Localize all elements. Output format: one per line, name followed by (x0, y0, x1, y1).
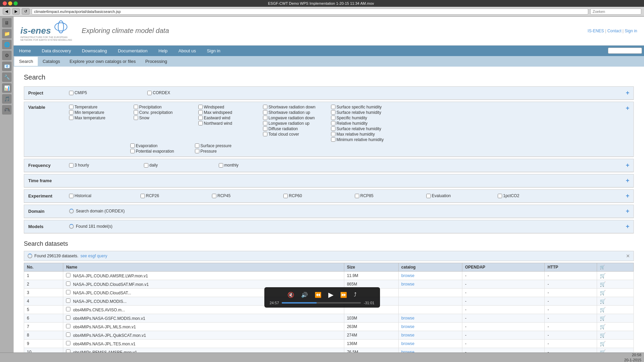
refresh-button[interactable]: ↺ (22, 8, 30, 15)
exp-1pctco2[interactable]: 1pctCO2 (498, 193, 562, 198)
taskbar-icon-8[interactable]: 🎵 (2, 94, 12, 104)
var-pot-evap[interactable]: Potential evaporation (130, 149, 195, 154)
taskbar-icon-9[interactable]: 🎮 (2, 105, 12, 115)
freq-3hourly[interactable]: 3 hourly (69, 163, 134, 168)
var-max-temp[interactable]: Max temperature (69, 116, 134, 120)
freq-monthly[interactable]: monthly (219, 163, 283, 168)
exp-rcp45[interactable]: RCP45 (212, 193, 277, 198)
nav-signin[interactable]: Sign in (201, 46, 226, 56)
frequency-section-header[interactable]: Frequency 3 hourly daily monthly + (24, 159, 633, 172)
var-max-windspeed[interactable]: Max windspeed (198, 110, 263, 115)
back-button[interactable]: ◀ (3, 8, 10, 15)
subnav-processing[interactable]: Processing (141, 57, 172, 66)
subnav-catalogs[interactable]: Catalogs (38, 57, 65, 66)
variable-expand-btn[interactable]: + (626, 105, 629, 112)
var-surf-rel-hum[interactable]: Surface relative humidity (331, 110, 399, 115)
browse-link-0[interactable]: browse (401, 273, 415, 278)
browser-search-input[interactable] (590, 8, 641, 15)
subnav-search[interactable]: Search (14, 57, 38, 66)
video-volume-btn[interactable]: 🔊 (300, 291, 309, 299)
exp-evaluation[interactable]: Evaluation (426, 193, 491, 198)
exp-rcp85[interactable]: RCP85 (355, 193, 419, 198)
video-mute-btn[interactable]: 🔇 (286, 291, 296, 299)
var-eastward-wind[interactable]: Eastward wind (198, 116, 263, 120)
var-surf-rel-hum2[interactable]: Surface relative humidity (331, 126, 399, 131)
row-checkbox-2[interactable] (66, 290, 70, 294)
taskbar-icon-2[interactable]: 📁 (2, 29, 12, 38)
var-total-cloud[interactable]: Total cloud cover (263, 132, 331, 137)
frequency-expand-btn[interactable]: + (626, 162, 629, 169)
row-checkbox-1[interactable] (66, 281, 70, 286)
signin-header-link[interactable]: Sign in (625, 29, 637, 33)
var-lw-down[interactable]: Longwave radiation down (263, 116, 331, 120)
browse-link-7[interactable]: browse (401, 333, 415, 338)
var-max-rel-hum[interactable]: Max relative humidity (331, 132, 399, 137)
variable-section-header[interactable]: Variable Temperature Min temperature Max… (24, 102, 633, 157)
contact-link[interactable]: Contact (607, 29, 621, 33)
row-checkbox-3[interactable] (66, 298, 70, 303)
is-enes-link[interactable]: IS-ENES (588, 29, 604, 33)
video-fastforward-btn[interactable]: ⏩ (339, 291, 348, 299)
var-evaporation[interactable]: Evaporation (130, 143, 195, 148)
timeframe-section-header[interactable]: Time frame + (24, 174, 633, 187)
var-diff-rad[interactable]: Diffuse radiation (263, 126, 331, 131)
cordex-checkbox[interactable] (147, 91, 152, 95)
project-expand-btn[interactable]: + (626, 89, 629, 97)
row-checkbox-0[interactable] (66, 273, 70, 277)
project-cmip5[interactable]: CMIP5 (69, 90, 134, 95)
var-pressure[interactable]: Pressure (195, 149, 260, 154)
models-section-header[interactable]: Models Found 181 model(s) + (24, 220, 633, 233)
taskbar-icon-3[interactable]: 🌐 (2, 40, 12, 49)
exp-rcp26[interactable]: RCP26 (141, 193, 205, 198)
var-precipitation[interactable]: Precipitation (134, 105, 198, 109)
taskbar-icon-6[interactable]: 🔧 (2, 72, 12, 82)
taskbar-icon-4[interactable]: ⚙ (2, 51, 12, 60)
experiment-expand-btn[interactable]: + (626, 192, 629, 200)
video-share-btn[interactable]: ⤴ (352, 291, 358, 298)
row-checkbox-4[interactable] (66, 307, 70, 311)
nav-downscaling[interactable]: Downscaling (77, 46, 113, 56)
close-datasets-btn[interactable]: ✕ (626, 253, 630, 259)
cart-btn-2[interactable]: 🛒 (600, 290, 606, 295)
var-spec-hum[interactable]: Specific humidity (331, 116, 399, 120)
browse-link-8[interactable]: browse (401, 341, 415, 346)
browse-link-6[interactable]: browse (401, 324, 415, 329)
freq-daily[interactable]: daily (144, 163, 209, 168)
browse-link-5[interactable]: browse (401, 316, 415, 321)
cart-btn-5[interactable]: 🛒 (600, 315, 606, 321)
var-temperature[interactable]: Temperature (69, 105, 134, 109)
row-checkbox-7[interactable] (66, 332, 70, 337)
domain-expand-btn[interactable]: + (626, 208, 629, 215)
cart-btn-0[interactable]: 🛒 (600, 273, 606, 278)
video-rewind-btn[interactable]: ⏪ (313, 291, 323, 299)
project-section-header[interactable]: Project CMIP5 CORDEX + (24, 87, 633, 100)
forward-button[interactable]: ▶ (12, 8, 20, 15)
browse-link-1[interactable]: browse (401, 282, 415, 287)
address-bar[interactable] (32, 8, 588, 15)
var-windspeed[interactable]: Windspeed (198, 105, 263, 109)
exp-historical[interactable]: Historical (69, 193, 134, 198)
nav-documentation[interactable]: Documentation (112, 46, 153, 56)
cart-btn-6[interactable]: 🛒 (600, 324, 606, 329)
var-sw-down[interactable]: Shortwave radiation down (263, 105, 331, 109)
video-progress-bar[interactable] (282, 302, 361, 304)
nav-about[interactable]: About us (173, 46, 201, 56)
timeframe-expand-btn[interactable]: + (626, 177, 629, 184)
row-checkbox-8[interactable] (66, 341, 70, 345)
var-surf-pressure[interactable]: Surface pressure (195, 143, 260, 148)
taskbar-icon-5[interactable]: 📧 (2, 62, 12, 71)
nav-help[interactable]: Help (153, 46, 173, 56)
var-min-temp[interactable]: Min temperature (69, 110, 134, 115)
esgf-query-link[interactable]: see esgf query (80, 254, 107, 258)
video-play-btn[interactable]: ▶ (327, 290, 335, 299)
var-surf-spec-hum[interactable]: Surface specific humidity (331, 105, 399, 109)
var-rel-hum[interactable]: Relative humidity (331, 121, 399, 126)
models-expand-btn[interactable]: + (626, 223, 629, 230)
nav-home[interactable]: Home (14, 46, 36, 56)
domain-section-header[interactable]: Domain Search domain (CORDEX) + (24, 205, 633, 218)
cart-btn-3[interactable]: 🛒 (600, 298, 606, 304)
row-checkbox-5[interactable] (66, 315, 70, 320)
cart-btn-1[interactable]: 🛒 (600, 281, 606, 287)
var-northward-wind[interactable]: Northward wind (198, 121, 263, 126)
nav-search-input[interactable] (608, 48, 642, 54)
